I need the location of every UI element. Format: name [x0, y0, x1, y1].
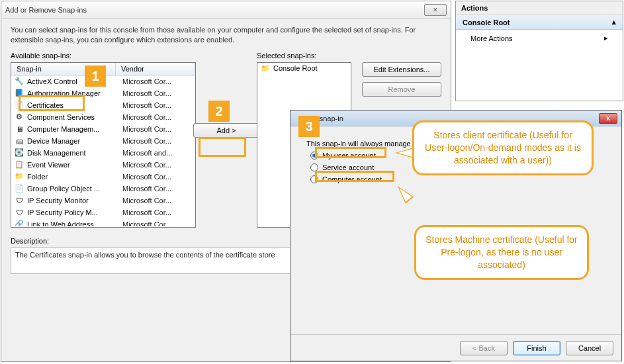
snapin-vendor: Microsoft Cor... [122, 161, 193, 169]
list-item[interactable]: 🛡IP Security MonitorMicrosoft Cor... [11, 195, 195, 206]
snapin-vendor: Microsoft Cor... [122, 113, 193, 121]
snapin-name: Group Policy Object ... [27, 185, 120, 193]
snapin-vendor: Microsoft Cor... [122, 125, 193, 133]
callout-user-account: Stores client certificate (Useful for Us… [412, 120, 594, 175]
list-item[interactable]: 🖥Computer Managem...Microsoft Cor... [11, 123, 195, 135]
close-icon[interactable]: ✕ [424, 4, 447, 16]
snapin-name: Certificates [27, 101, 120, 109]
cancel-button[interactable]: Cancel [566, 341, 613, 355]
more-actions-label: More Actions [470, 34, 513, 42]
actions-header: Actions [456, 1, 623, 15]
snapin-icon: 🖴 [14, 136, 24, 146]
list-item[interactable]: 🔗Link to Web AddressMicrosoft Cor... [11, 218, 195, 226]
add-button[interactable]: Add > [193, 123, 259, 138]
available-label: Available snap-ins: [11, 52, 196, 60]
snapin-name: IP Security Monitor [27, 197, 120, 205]
snapin-name: Link to Web Address [27, 220, 120, 226]
snapin-vendor: Microsoft Cor... [122, 137, 193, 145]
collapse-icon: ▴ [612, 18, 616, 26]
list-item[interactable]: 📄CertificatesMicrosoft Cor... [11, 99, 195, 111]
tree-row[interactable]: 📁 Console Root [260, 64, 348, 73]
snapin-name: Device Manager [27, 137, 120, 145]
snapin-name: Component Services [27, 113, 120, 121]
snapin-icon: 📄 [14, 100, 24, 111]
actions-panel: Actions Console Root ▴ More Actions ▸ [455, 1, 623, 101]
snapin-icon: 📘 [14, 88, 24, 99]
radio-computer-account[interactable]: Computer account [310, 175, 605, 183]
snapin-name: Event Viewer [27, 161, 120, 169]
available-snapins-list[interactable]: Snap-in Vendor 🔧ActiveX ControlMicrosoft… [11, 62, 196, 228]
radio-icon [310, 175, 318, 183]
snapin-name: ActiveX Control [27, 77, 120, 85]
list-item[interactable]: 🖴Device ManagerMicrosoft Cor... [11, 135, 195, 147]
snapin-vendor: Microsoft Cor... [122, 89, 193, 97]
radio-label: Computer account [322, 175, 382, 183]
list-item[interactable]: 🛡IP Security Policy M...Microsoft Cor... [11, 206, 195, 218]
header-snapin[interactable]: Snap-in [11, 63, 116, 75]
snapin-icon: ⚙ [14, 112, 24, 122]
actions-root-label: Console Root [463, 19, 510, 26]
radio-label: Service account [322, 163, 374, 171]
list-headers[interactable]: Snap-in Vendor [11, 63, 195, 75]
snapin-vendor: Microsoft Cor... [122, 77, 193, 85]
snapin-icon: 🔧 [14, 76, 24, 87]
list-item[interactable]: 📋Event ViewerMicrosoft Cor... [11, 159, 195, 171]
snapin-vendor: Microsoft Cor... [122, 220, 193, 226]
list-item[interactable]: 📁FolderMicrosoft Cor... [11, 171, 195, 183]
folder-icon: 📁 [260, 64, 271, 73]
intro-text: You can select snap-ins for this console… [11, 25, 434, 45]
snapin-vendor: Microsoft Cor... [122, 173, 193, 181]
snapin-icon: 🖥 [14, 124, 24, 134]
radio-icon [310, 163, 318, 171]
snapin-name: Computer Managem... [27, 125, 120, 133]
back-button[interactable]: < Back [460, 341, 508, 355]
list-item[interactable]: 💽Disk ManagementMicrosoft and... [11, 147, 195, 159]
list-item[interactable]: 📘Authorization ManagerMicrosoft Cor... [11, 87, 195, 99]
callout-computer-account: Stores Machine certificate (Useful for P… [414, 225, 589, 280]
snapin-vendor: Microsoft Cor... [122, 197, 193, 205]
tree-label: Console Root [273, 64, 318, 72]
more-actions-item[interactable]: More Actions ▸ [456, 30, 623, 46]
selected-label: Selected snap-ins: [257, 52, 441, 60]
snapin-icon: 💽 [14, 148, 24, 158]
radio-label: My user account [322, 152, 376, 159]
close-icon[interactable]: X [599, 113, 617, 124]
snapin-vendor: Microsoft Cor... [122, 185, 193, 193]
snapin-icon: 🔗 [14, 219, 24, 226]
dialog-title: Add or Remove Snap-ins [5, 6, 420, 14]
list-item[interactable]: 🔧ActiveX ControlMicrosoft Cor... [11, 75, 195, 87]
snapin-name: Folder [27, 173, 120, 181]
list-item[interactable]: 📄Group Policy Object ...Microsoft Cor... [11, 183, 195, 195]
snapin-name: Authorization Manager [27, 89, 120, 97]
titlebar: Add or Remove Snap-ins ✕ [1, 1, 451, 19]
actions-console-root[interactable]: Console Root ▴ [456, 15, 623, 30]
snapin-name: IP Security Policy M... [27, 208, 120, 216]
wizard-footer: < Back Finish Cancel [290, 334, 621, 361]
snapin-icon: 🛡 [14, 207, 24, 218]
snapin-icon: 🛡 [14, 195, 24, 206]
chevron-right-icon: ▸ [604, 34, 608, 42]
snapin-icon: 📄 [14, 183, 24, 194]
radio-icon [310, 152, 318, 159]
snapin-vendor: Microsoft Cor... [122, 101, 193, 109]
snapin-icon: 📁 [14, 171, 24, 182]
snapin-vendor: Microsoft and... [122, 149, 193, 157]
list-item[interactable]: ⚙Component ServicesMicrosoft Cor... [11, 111, 195, 123]
header-vendor[interactable]: Vendor [116, 63, 195, 75]
snapin-vendor: Microsoft Cor... [122, 208, 193, 216]
snapin-icon: 📋 [14, 159, 24, 170]
edit-extensions-button[interactable]: Edit Extensions... [362, 62, 441, 77]
remove-button[interactable]: Remove [362, 82, 441, 97]
finish-button[interactable]: Finish [513, 341, 560, 355]
snapin-name: Disk Management [27, 149, 120, 157]
